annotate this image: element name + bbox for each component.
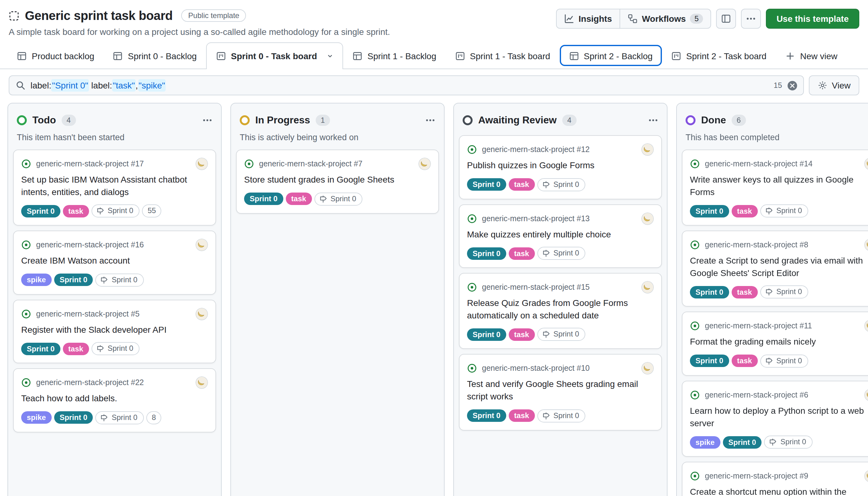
card-top-row: generic-mern-stack-project #13 <box>467 212 654 224</box>
assignee-avatar <box>195 308 208 320</box>
header-actions: Insights Workflows 5 Use this template <box>556 9 859 29</box>
issue-opened-icon <box>21 309 31 319</box>
filter-token-value: "spike" <box>138 79 166 92</box>
tab-label: Sprint 2 - Task board <box>686 51 767 61</box>
board: Todo 4 This item hasn't been started gen… <box>0 102 868 496</box>
board-icon <box>671 51 681 61</box>
filter-token: label: <box>31 80 51 90</box>
filter-input[interactable]: label:"Sprint 0" label:"task","spike" 15 <box>9 75 804 95</box>
issue-title[interactable]: Create a shortcut menu option within the… <box>690 486 868 496</box>
milestone-label: Sprint 0 <box>108 344 133 354</box>
label-task: task <box>509 247 534 260</box>
card-top-row: generic-mern-stack-project #16 <box>21 239 208 251</box>
issue-title[interactable]: Learn how to deploy a Python script to a… <box>690 405 868 429</box>
view-options-button[interactable]: View <box>809 75 859 95</box>
issue-title[interactable]: Create a Script to send grades via email… <box>690 255 868 279</box>
column-status-icon <box>17 115 27 125</box>
issue-card[interactable]: generic-mern-stack-project #8 Create a S… <box>682 231 868 307</box>
issue-title[interactable]: Release Quiz Grades from Google Forms au… <box>467 297 654 322</box>
board-column-awaiting_review: Awaiting Review 4 generic-mern-stack-pro… <box>453 103 668 496</box>
milestone-label: Sprint 0 <box>776 206 802 216</box>
insights-label: Insights <box>578 14 612 24</box>
issue-title[interactable]: Format the grading emails nicely <box>690 336 868 348</box>
issue-labels: spikeSprint 0Sprint 08 <box>21 411 208 424</box>
card-top-row: generic-mern-stack-project #14 <box>690 158 868 170</box>
tab-product-backlog[interactable]: Product backlog <box>7 42 104 69</box>
milestone-chip: Sprint 0 <box>91 342 140 356</box>
tab-menu-button[interactable] <box>323 49 337 63</box>
tab-new-view[interactable]: New view <box>776 42 847 69</box>
project-template-icon <box>9 10 19 21</box>
issue-card[interactable]: generic-mern-stack-project #15 Release Q… <box>459 273 662 349</box>
milestone-label: Sprint 0 <box>553 411 579 420</box>
issue-title[interactable]: Register with the Slack developer API <box>21 324 208 336</box>
issue-card[interactable]: generic-mern-stack-project #16 Create IB… <box>13 231 216 294</box>
issue-title[interactable]: Store student grades in Google Sheets <box>244 174 431 186</box>
issue-card[interactable]: generic-mern-stack-project #10 Test and … <box>459 354 662 430</box>
label-task: task <box>509 178 534 191</box>
column-menu-button[interactable] <box>644 111 662 129</box>
issue-title[interactable]: Set up basic IBM Watson Assistant chatbo… <box>21 174 208 198</box>
issue-repo-number: generic-mern-stack-project #9 <box>705 472 859 480</box>
tab-sprint-2-backlog[interactable]: Sprint 2 - Backlog <box>560 42 662 69</box>
issue-title[interactable]: Create IBM Watson account <box>21 255 208 267</box>
milestone-icon <box>542 249 550 257</box>
milestone-icon <box>765 207 773 215</box>
issue-card[interactable]: generic-mern-stack-project #22 Teach how… <box>13 369 216 432</box>
issue-labels: Sprint 0taskSprint 0 <box>467 409 654 422</box>
tab-sprint-1-backlog[interactable]: Sprint 1 - Backlog <box>343 42 446 69</box>
milestone-chip: Sprint 0 <box>314 192 363 205</box>
issue-opened-icon <box>690 321 700 331</box>
column-name: Awaiting Review <box>478 115 557 126</box>
kebab-icon <box>425 115 435 125</box>
assignee-avatar <box>195 377 208 389</box>
issue-title[interactable]: Test and verify Google Sheets grading em… <box>467 378 654 403</box>
issue-card[interactable]: generic-mern-stack-project #7 Store stud… <box>236 150 439 213</box>
issue-card[interactable]: generic-mern-stack-project #5 Register w… <box>13 300 216 363</box>
table-icon <box>113 51 123 61</box>
milestone-label: Sprint 0 <box>330 194 356 203</box>
issue-card[interactable]: generic-mern-stack-project #14 Write ans… <box>682 150 868 226</box>
clear-filter-button[interactable] <box>787 80 798 91</box>
issue-title[interactable]: Teach how to add labels. <box>21 393 208 405</box>
issue-opened-icon <box>467 213 477 223</box>
kebab-icon <box>648 115 658 125</box>
assignee-avatar <box>641 362 654 375</box>
issue-card[interactable]: generic-mern-stack-project #17 Set up ba… <box>13 150 216 226</box>
assignee-avatar <box>864 158 868 170</box>
tab-sprint-2-task-board[interactable]: Sprint 2 - Task board <box>662 42 776 69</box>
project-menu-button[interactable] <box>741 9 761 29</box>
table-icon <box>17 51 27 61</box>
workflows-label: Workflows <box>642 14 686 24</box>
plus-icon <box>785 51 795 61</box>
assignee-avatar <box>195 158 208 170</box>
column-header: In Progress 1 <box>231 104 444 133</box>
column-description: This has been completed <box>677 133 868 147</box>
assignee-avatar <box>195 239 208 251</box>
issue-title[interactable]: Publish quizzes in Google Forms <box>467 159 654 172</box>
insights-button[interactable]: Insights <box>557 9 619 28</box>
issue-card[interactable]: generic-mern-stack-project #13 Make quiz… <box>459 204 662 268</box>
x-circle-icon <box>787 80 798 91</box>
issue-labels: Sprint 0taskSprint 055 <box>21 204 208 217</box>
linked-count-chip: 8 <box>146 411 161 424</box>
issue-card[interactable]: generic-mern-stack-project #6 Learn how … <box>682 381 868 457</box>
column-menu-button[interactable] <box>199 111 216 129</box>
column-menu-button[interactable] <box>421 111 439 129</box>
column-header: Awaiting Review 4 <box>454 104 667 133</box>
card-top-row: generic-mern-stack-project #11 <box>690 320 868 332</box>
issue-opened-icon <box>244 159 254 169</box>
issue-card[interactable]: generic-mern-stack-project #12 Publish q… <box>459 135 662 199</box>
issue-title[interactable]: Write answer keys to all quizzes in Goog… <box>690 174 868 198</box>
issue-title[interactable]: Make quizzes entirely multiple choice <box>467 228 654 241</box>
tab-sprint-1-task-board[interactable]: Sprint 1 - Task board <box>446 42 560 69</box>
tab-sprint-0-task-board[interactable]: Sprint 0 - Task board <box>206 42 343 69</box>
assignee-avatar <box>864 389 868 401</box>
issue-card[interactable]: generic-mern-stack-project #11 Format th… <box>682 312 868 376</box>
workflows-button[interactable]: Workflows 5 <box>620 9 710 28</box>
side-panel-toggle-button[interactable] <box>716 9 736 29</box>
tab-sprint-0-backlog[interactable]: Sprint 0 - Backlog <box>104 42 206 69</box>
issue-card[interactable]: generic-mern-stack-project #9 Create a s… <box>682 462 868 496</box>
board-icon <box>216 51 226 61</box>
use-template-button[interactable]: Use this template <box>766 9 859 29</box>
